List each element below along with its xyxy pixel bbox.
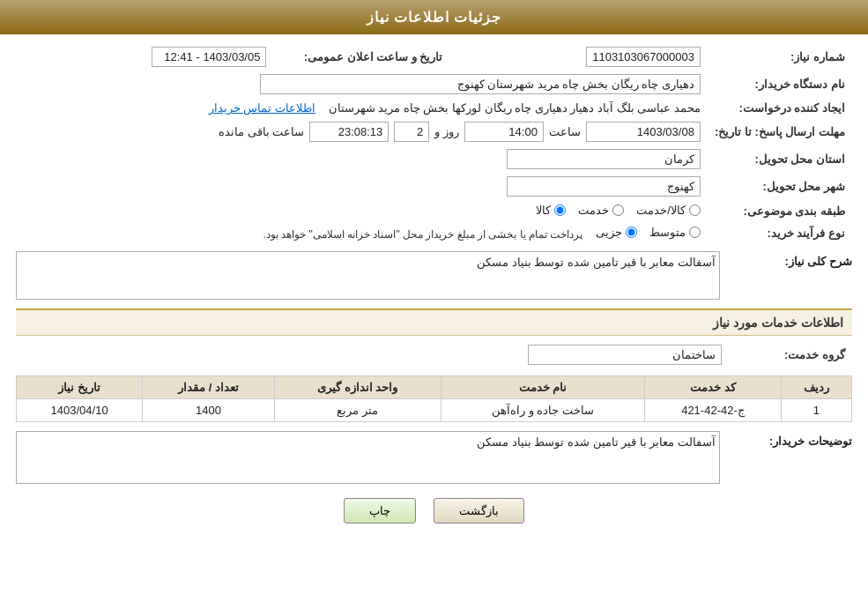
deadline-row: 1403/03/08 ساعت 14:00 روز و 2 23:08:13 س…: [16, 118, 708, 145]
creator-label: ایجاد کننده درخواست:: [708, 98, 852, 118]
purchase-label-motavaset: متوسط: [649, 226, 686, 239]
category-label-kala: کالا: [536, 204, 551, 217]
purchase-label-jozi: جزیی: [596, 226, 622, 239]
need-number-label: شماره نیاز:: [708, 43, 852, 71]
province-input[interactable]: کرمان: [507, 149, 701, 169]
announcement-input[interactable]: 1403/03/05 - 12:41: [152, 47, 266, 67]
buyer-name-value: دهیاری چاه ریگان بخش چاه مرید شهرستان که…: [16, 71, 708, 98]
deadline-day-label: روز و: [434, 125, 459, 138]
service-group-input[interactable]: ساختمان: [528, 345, 722, 365]
creator-text: محمد عباسی بلگ آباد دهیار دهیاری چاه ریگ…: [329, 101, 701, 115]
creator-value: محمد عباسی بلگ آباد دهیار دهیاری چاه ریگ…: [16, 98, 708, 118]
content-area: شماره نیاز: 1103103067000003 تاریخ و ساع…: [0, 34, 868, 541]
table-cell-code: ج-42-42-421: [645, 399, 782, 422]
page-wrapper: جزئیات اطلاعات نیاز شماره نیاز: 11031030…: [0, 0, 868, 609]
purchase-note: پرداخت تمام یا بخشی از مبلغ خریداز محل "…: [263, 228, 583, 241]
purchase-radio-motavaset[interactable]: [689, 227, 701, 238]
category-label-kala-khedmat: کالا/خدمت: [636, 204, 686, 217]
province-value: کرمان: [16, 145, 708, 173]
deadline-days[interactable]: 2: [394, 122, 429, 142]
category-radio-group: کالا/خدمت خدمت کالا: [536, 204, 701, 217]
deadline-date[interactable]: 1403/03/08: [586, 122, 701, 142]
city-value: کهنوج: [16, 173, 708, 200]
province-label: استان محل تحویل:: [708, 145, 852, 173]
col-header-code: کد خدمت: [645, 376, 782, 399]
category-option-khedmat[interactable]: خدمت: [578, 204, 624, 217]
service-group-value: ساختمان: [16, 341, 729, 368]
buyer-notes-section: توضیحات خریدار: آسفالت معابر با قیر تامی…: [16, 431, 852, 484]
table-cell-unit: متر مربع: [274, 399, 441, 422]
buyer-name-input[interactable]: دهیاری چاه ریگان بخش چاه مرید شهرستان که…: [260, 74, 701, 94]
button-group: بازگشت چاپ: [16, 498, 852, 524]
info-table: شماره نیاز: 1103103067000003 تاریخ و ساع…: [16, 43, 852, 244]
deadline-remaining-label: ساعت باقی مانده: [219, 125, 304, 138]
deadline-remaining[interactable]: 23:08:13: [309, 122, 389, 142]
table-cell-row: 1: [781, 399, 851, 422]
purchase-radio-group: متوسط جزیی: [596, 226, 701, 239]
deadline-label: مهلت ارسال پاسخ: تا تاریخ:: [708, 118, 852, 145]
category-option-kala-khedmat[interactable]: کالا/خدمت: [636, 204, 701, 217]
buyer-name-label: نام دستگاه خریدار:: [708, 71, 852, 98]
purchase-option-jozi[interactable]: جزیی: [596, 226, 637, 239]
buyer-notes-label: توضیحات خریدار:: [729, 431, 852, 448]
announcement-value: 1403/03/05 - 12:41: [16, 43, 273, 71]
col-header-name: نام خدمت: [441, 376, 645, 399]
service-group-table: گروه خدمت: ساختمان: [16, 341, 852, 368]
services-table: ردیف کد خدمت نام خدمت واحد اندازه گیری ت…: [16, 375, 852, 422]
buyer-notes-text: آسفالت معابر با قیر تامین شده توسط بنیاد…: [477, 435, 716, 449]
category-radio-kala[interactable]: [554, 204, 566, 216]
category-radio-kala-khedmat[interactable]: [689, 204, 701, 216]
announcement-label: تاریخ و ساعت اعلان عمومی:: [273, 43, 449, 71]
purchase-radio-jozi[interactable]: [626, 227, 637, 238]
table-cell-date: 1403/04/10: [17, 399, 143, 422]
need-number-value: 1103103067000003: [449, 43, 707, 71]
city-label: شهر محل تحویل:: [708, 173, 852, 200]
col-header-date: تاریخ نیاز: [17, 376, 143, 399]
col-header-row: ردیف: [781, 376, 851, 399]
purchase-type-label: نوع فرآیند خرید:: [708, 222, 852, 244]
table-row: 1ج-42-42-421ساخت جاده و راه‌آهنمتر مربع1…: [17, 399, 852, 422]
service-group-label: گروه خدمت:: [729, 341, 852, 368]
page-header: جزئیات اطلاعات نیاز: [0, 0, 868, 34]
services-section-title: اطلاعات خدمات مورد نیاز: [16, 308, 852, 336]
need-description-label: شرح کلی نیاز:: [729, 251, 852, 268]
purchase-option-motavaset[interactable]: متوسط: [649, 226, 701, 239]
print-button[interactable]: چاپ: [344, 498, 416, 524]
deadline-time-label: ساعت: [549, 125, 581, 138]
page-title: جزئیات اطلاعات نیاز: [367, 10, 502, 25]
table-cell-name: ساخت جاده و راه‌آهن: [441, 399, 645, 422]
back-button[interactable]: بازگشت: [434, 498, 524, 524]
col-header-quantity: تعداد / مقدار: [143, 376, 275, 399]
category-row: کالا/خدمت خدمت کالا: [16, 200, 708, 222]
category-label-khedmat: خدمت: [578, 204, 609, 217]
need-description-text: آسفالت معابر با قیر تامین شده توسط بنیاد…: [477, 256, 716, 269]
need-description-section: شرح کلی نیاز: آسفالت معابر با قیر تامین …: [16, 251, 852, 300]
need-number-input[interactable]: 1103103067000003: [586, 47, 701, 67]
col-header-unit: واحد اندازه گیری: [274, 376, 441, 399]
city-input[interactable]: کهنوج: [507, 176, 701, 197]
table-cell-quantity: 1400: [143, 399, 275, 422]
category-label: طبقه بندی موضوعی:: [708, 200, 852, 222]
contact-link[interactable]: اطلاعات تماس خریدار: [209, 101, 315, 115]
buyer-notes-textarea[interactable]: آسفالت معابر با قیر تامین شده توسط بنیاد…: [16, 431, 720, 484]
purchase-type-row: متوسط جزیی پرداخت تمام یا بخشی از مبلغ خ…: [16, 222, 708, 244]
category-radio-khedmat[interactable]: [612, 204, 624, 216]
need-description-textarea[interactable]: آسفالت معابر با قیر تامین شده توسط بنیاد…: [16, 251, 720, 300]
category-option-kala[interactable]: کالا: [536, 204, 566, 217]
deadline-time[interactable]: 14:00: [464, 122, 544, 142]
